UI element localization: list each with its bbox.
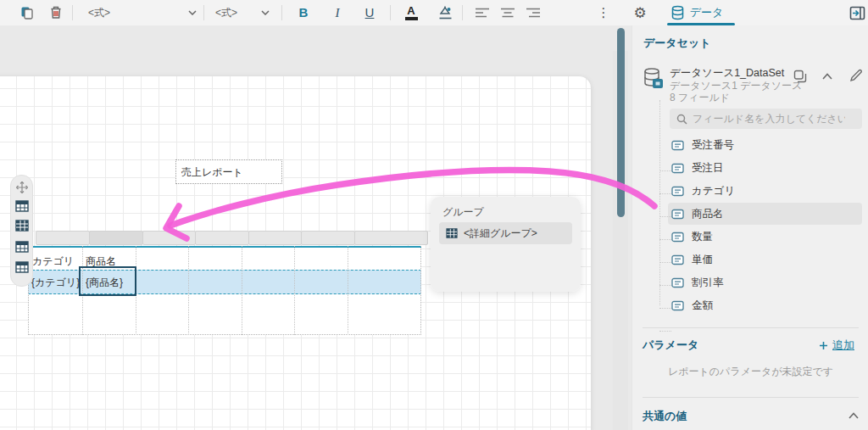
column-handle[interactable] xyxy=(142,231,196,245)
move-handle-icon xyxy=(15,181,29,194)
section-divider xyxy=(643,327,859,328)
field-row-selected[interactable]: 商品名 xyxy=(671,203,865,225)
design-canvas: 売上レポート カテゴリ 商品名 {カテゴリ} {商品名} xyxy=(0,25,632,430)
font-color-button[interactable]: A xyxy=(399,3,423,23)
table-move-handle[interactable] xyxy=(15,181,29,194)
toolbar: <式> <式> B I U A ⋮ ⚙ xyxy=(0,0,868,25)
column-handle[interactable] xyxy=(354,231,428,245)
tree-connector xyxy=(659,308,671,309)
row-handle-header[interactable] xyxy=(15,200,29,212)
align-left-button[interactable] xyxy=(471,3,493,23)
copy-icon xyxy=(19,5,35,20)
table-empty-row[interactable] xyxy=(28,294,421,315)
table-cell[interactable]: カテゴリ xyxy=(32,254,74,269)
field-row[interactable]: 数量 xyxy=(671,226,865,248)
field-label: 数量 xyxy=(692,230,713,244)
group-item-detail-group[interactable]: <詳細グループ> xyxy=(439,222,572,244)
chevron-down-icon xyxy=(188,10,197,15)
align-right-button[interactable] xyxy=(522,3,544,23)
column-handle[interactable] xyxy=(195,231,249,245)
table-row-icon xyxy=(15,200,29,212)
font-size-dropdown[interactable]: <式> xyxy=(210,3,275,23)
field-icon xyxy=(671,209,684,220)
collapse-common-values-button[interactable] xyxy=(849,412,859,419)
column-handle[interactable] xyxy=(248,231,302,245)
font-family-dropdown[interactable]: <式> xyxy=(83,3,202,23)
field-label: 割引率 xyxy=(692,276,724,290)
column-handle[interactable] xyxy=(36,231,90,245)
table-row-handle-rail xyxy=(10,175,33,287)
field-row[interactable]: カテゴリ xyxy=(671,180,865,202)
tab-data-label: データ xyxy=(690,5,724,20)
align-center-button[interactable] xyxy=(497,3,519,23)
design-table: カテゴリ 商品名 {カテゴリ} {商品名} xyxy=(28,244,421,361)
selected-cell-border xyxy=(79,266,136,296)
row-handle[interactable] xyxy=(15,261,29,273)
underline-button[interactable]: U xyxy=(359,3,380,23)
delete-button[interactable] xyxy=(46,3,66,23)
field-icon xyxy=(671,254,684,265)
field-label: 商品名 xyxy=(692,207,724,221)
table-row-icon xyxy=(15,220,29,232)
row-handle-detail[interactable] xyxy=(15,220,29,232)
search-icon xyxy=(676,114,687,125)
section-divider xyxy=(643,397,859,398)
duplicate-dataset-button[interactable] xyxy=(793,70,807,83)
field-row[interactable]: 受注番号 xyxy=(671,134,865,156)
toolbar-separator xyxy=(72,5,73,20)
field-search-box[interactable] xyxy=(670,109,862,129)
table-row-icon xyxy=(15,261,29,273)
align-center-icon xyxy=(500,7,515,19)
font-color-swatch xyxy=(405,17,418,20)
field-icon xyxy=(671,140,684,151)
tree-connector xyxy=(659,170,671,171)
collapse-dataset-button[interactable] xyxy=(822,73,832,80)
vertical-scrollbar-thumb[interactable] xyxy=(617,28,625,217)
collapse-panel-button[interactable] xyxy=(846,3,868,23)
field-row[interactable]: 金額 xyxy=(671,294,865,316)
field-icon xyxy=(671,232,684,243)
italic-button[interactable]: I xyxy=(327,3,348,23)
dataset-icon xyxy=(643,67,665,91)
field-label: 受注番号 xyxy=(692,138,734,153)
field-label: 受注日 xyxy=(692,161,724,176)
database-icon xyxy=(670,5,685,20)
bold-button[interactable]: B xyxy=(293,3,314,23)
group-item-label: <詳細グループ> xyxy=(464,226,537,241)
table-cell[interactable]: {カテゴリ} xyxy=(31,276,80,290)
toolbar-separator xyxy=(390,5,391,20)
trash-icon xyxy=(48,5,64,20)
column-handle[interactable] xyxy=(301,231,355,245)
table-row-icon xyxy=(446,228,458,238)
toolbar-separator xyxy=(203,5,204,20)
fill-color-button[interactable] xyxy=(434,3,456,23)
field-search-input[interactable] xyxy=(693,113,845,125)
copy-button[interactable] xyxy=(17,3,37,23)
align-left-icon xyxy=(475,7,490,19)
field-row[interactable]: 割引率 xyxy=(671,271,865,293)
toolbar-separator xyxy=(462,5,463,20)
gear-icon: ⚙ xyxy=(633,4,646,22)
settings-button[interactable]: ⚙ xyxy=(629,3,651,23)
font-color-letter: A xyxy=(407,5,415,16)
field-row[interactable]: 受注日 xyxy=(671,157,865,179)
row-handle[interactable] xyxy=(15,241,29,253)
field-icon xyxy=(671,277,684,288)
more-options-button[interactable]: ⋮ xyxy=(593,3,614,23)
edit-dataset-button[interactable] xyxy=(849,69,863,82)
add-parameter-button[interactable]: 追加 xyxy=(819,338,854,353)
column-handle-active[interactable] xyxy=(89,231,143,245)
tree-connector xyxy=(659,193,671,194)
field-label: 金額 xyxy=(692,299,713,313)
chevron-down-icon xyxy=(261,10,270,15)
field-icon xyxy=(671,186,684,197)
field-row[interactable]: 単価 xyxy=(671,249,865,271)
table-empty-row[interactable] xyxy=(28,315,421,335)
tree-connector xyxy=(659,262,671,263)
tree-connector xyxy=(659,331,671,332)
tab-data[interactable]: データ xyxy=(663,3,731,23)
field-tree-line xyxy=(659,100,660,305)
parameters-empty-message: レポートのパラメータが未設定です xyxy=(643,365,859,379)
tree-connector xyxy=(659,239,671,240)
title-textbox[interactable]: 売上レポート xyxy=(175,159,282,184)
